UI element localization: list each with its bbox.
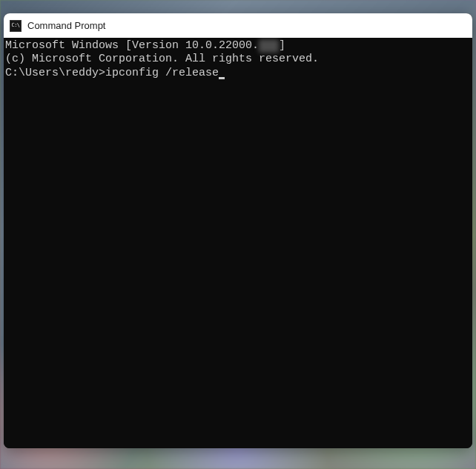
command-prompt-window: C:\ Command Prompt Microsoft Windows [Ve… xyxy=(4,13,472,448)
cmd-icon: C:\ xyxy=(10,20,22,32)
version-suffix: ] xyxy=(279,39,285,52)
titlebar[interactable]: C:\ Command Prompt xyxy=(4,13,472,38)
cmd-icon-text: C:\ xyxy=(11,23,19,28)
cursor-icon xyxy=(219,77,225,79)
version-obscured: xxx xyxy=(259,39,279,53)
version-prefix: Microsoft Windows [Version 10.0.22000. xyxy=(5,39,259,52)
terminal-line-prompt: C:\Users\reddy>ipconfig /release xyxy=(5,67,471,80)
window-title: Command Prompt xyxy=(27,20,105,31)
terminal-output[interactable]: Microsoft Windows [Version 10.0.22000.xx… xyxy=(4,38,472,448)
terminal-line-version: Microsoft Windows [Version 10.0.22000.xx… xyxy=(5,39,471,53)
command-input[interactable]: ipconfig /release xyxy=(105,67,219,79)
terminal-line-copyright: (c) Microsoft Corporation. All rights re… xyxy=(5,53,471,66)
prompt-path: C:\Users\reddy> xyxy=(5,67,105,79)
